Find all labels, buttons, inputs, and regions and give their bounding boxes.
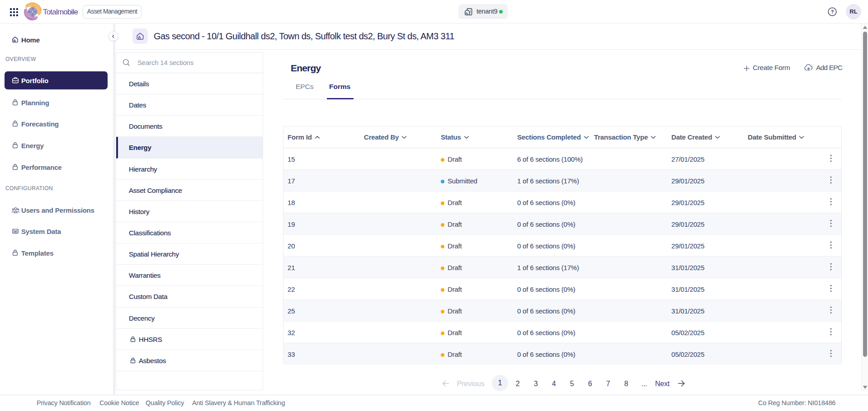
svg-text:?: ? bbox=[831, 9, 834, 14]
